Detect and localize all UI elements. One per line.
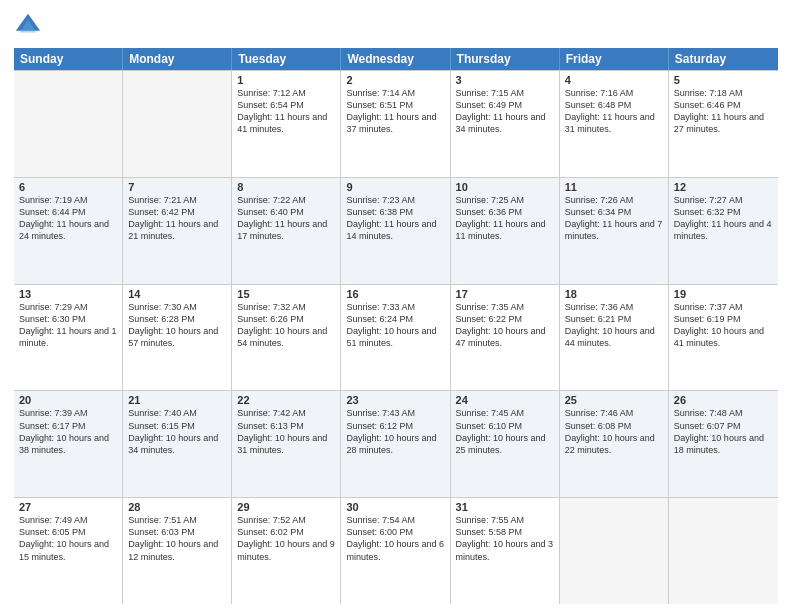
day-detail: Sunrise: 7:54 AMSunset: 6:00 PMDaylight:… [346, 514, 444, 563]
day-detail: Sunrise: 7:29 AMSunset: 6:30 PMDaylight:… [19, 301, 117, 350]
day-cell-22: 22Sunrise: 7:42 AMSunset: 6:13 PMDayligh… [232, 391, 341, 497]
day-detail: Sunrise: 7:14 AMSunset: 6:51 PMDaylight:… [346, 87, 444, 136]
day-detail: Sunrise: 7:25 AMSunset: 6:36 PMDaylight:… [456, 194, 554, 243]
day-cell-25: 25Sunrise: 7:46 AMSunset: 6:08 PMDayligh… [560, 391, 669, 497]
day-detail: Sunrise: 7:51 AMSunset: 6:03 PMDaylight:… [128, 514, 226, 563]
day-cell-18: 18Sunrise: 7:36 AMSunset: 6:21 PMDayligh… [560, 285, 669, 391]
day-cell-29: 29Sunrise: 7:52 AMSunset: 6:02 PMDayligh… [232, 498, 341, 604]
day-cell-2: 2Sunrise: 7:14 AMSunset: 6:51 PMDaylight… [341, 71, 450, 177]
calendar: SundayMondayTuesdayWednesdayThursdayFrid… [14, 48, 778, 604]
day-detail: Sunrise: 7:43 AMSunset: 6:12 PMDaylight:… [346, 407, 444, 456]
day-number: 24 [456, 394, 554, 406]
empty-cell [669, 498, 778, 604]
day-cell-24: 24Sunrise: 7:45 AMSunset: 6:10 PMDayligh… [451, 391, 560, 497]
day-detail: Sunrise: 7:27 AMSunset: 6:32 PMDaylight:… [674, 194, 773, 243]
day-number: 21 [128, 394, 226, 406]
day-detail: Sunrise: 7:49 AMSunset: 6:05 PMDaylight:… [19, 514, 117, 563]
day-cell-20: 20Sunrise: 7:39 AMSunset: 6:17 PMDayligh… [14, 391, 123, 497]
day-number: 22 [237, 394, 335, 406]
day-cell-13: 13Sunrise: 7:29 AMSunset: 6:30 PMDayligh… [14, 285, 123, 391]
day-detail: Sunrise: 7:52 AMSunset: 6:02 PMDaylight:… [237, 514, 335, 563]
page: SundayMondayTuesdayWednesdayThursdayFrid… [0, 0, 792, 612]
calendar-week-5: 27Sunrise: 7:49 AMSunset: 6:05 PMDayligh… [14, 498, 778, 604]
day-detail: Sunrise: 7:39 AMSunset: 6:17 PMDaylight:… [19, 407, 117, 456]
calendar-week-2: 6Sunrise: 7:19 AMSunset: 6:44 PMDaylight… [14, 178, 778, 285]
day-cell-14: 14Sunrise: 7:30 AMSunset: 6:28 PMDayligh… [123, 285, 232, 391]
day-number: 2 [346, 74, 444, 86]
day-number: 13 [19, 288, 117, 300]
day-cell-10: 10Sunrise: 7:25 AMSunset: 6:36 PMDayligh… [451, 178, 560, 284]
header-day-monday: Monday [123, 48, 232, 70]
day-number: 11 [565, 181, 663, 193]
header-day-friday: Friday [560, 48, 669, 70]
header-day-wednesday: Wednesday [341, 48, 450, 70]
day-cell-6: 6Sunrise: 7:19 AMSunset: 6:44 PMDaylight… [14, 178, 123, 284]
day-detail: Sunrise: 7:48 AMSunset: 6:07 PMDaylight:… [674, 407, 773, 456]
calendar-week-3: 13Sunrise: 7:29 AMSunset: 6:30 PMDayligh… [14, 285, 778, 392]
day-cell-1: 1Sunrise: 7:12 AMSunset: 6:54 PMDaylight… [232, 71, 341, 177]
day-detail: Sunrise: 7:36 AMSunset: 6:21 PMDaylight:… [565, 301, 663, 350]
day-detail: Sunrise: 7:12 AMSunset: 6:54 PMDaylight:… [237, 87, 335, 136]
day-cell-31: 31Sunrise: 7:55 AMSunset: 5:58 PMDayligh… [451, 498, 560, 604]
day-number: 4 [565, 74, 663, 86]
header-day-thursday: Thursday [451, 48, 560, 70]
day-detail: Sunrise: 7:22 AMSunset: 6:40 PMDaylight:… [237, 194, 335, 243]
day-cell-17: 17Sunrise: 7:35 AMSunset: 6:22 PMDayligh… [451, 285, 560, 391]
day-detail: Sunrise: 7:21 AMSunset: 6:42 PMDaylight:… [128, 194, 226, 243]
day-detail: Sunrise: 7:35 AMSunset: 6:22 PMDaylight:… [456, 301, 554, 350]
day-cell-11: 11Sunrise: 7:26 AMSunset: 6:34 PMDayligh… [560, 178, 669, 284]
day-number: 16 [346, 288, 444, 300]
day-detail: Sunrise: 7:19 AMSunset: 6:44 PMDaylight:… [19, 194, 117, 243]
day-cell-26: 26Sunrise: 7:48 AMSunset: 6:07 PMDayligh… [669, 391, 778, 497]
day-number: 8 [237, 181, 335, 193]
day-number: 23 [346, 394, 444, 406]
header-day-saturday: Saturday [669, 48, 778, 70]
day-detail: Sunrise: 7:23 AMSunset: 6:38 PMDaylight:… [346, 194, 444, 243]
calendar-week-4: 20Sunrise: 7:39 AMSunset: 6:17 PMDayligh… [14, 391, 778, 498]
day-detail: Sunrise: 7:18 AMSunset: 6:46 PMDaylight:… [674, 87, 773, 136]
day-cell-3: 3Sunrise: 7:15 AMSunset: 6:49 PMDaylight… [451, 71, 560, 177]
header-day-sunday: Sunday [14, 48, 123, 70]
day-number: 15 [237, 288, 335, 300]
calendar-body: 1Sunrise: 7:12 AMSunset: 6:54 PMDaylight… [14, 70, 778, 604]
header [14, 12, 778, 40]
empty-cell [14, 71, 123, 177]
day-detail: Sunrise: 7:26 AMSunset: 6:34 PMDaylight:… [565, 194, 663, 243]
day-detail: Sunrise: 7:30 AMSunset: 6:28 PMDaylight:… [128, 301, 226, 350]
day-cell-23: 23Sunrise: 7:43 AMSunset: 6:12 PMDayligh… [341, 391, 450, 497]
day-cell-16: 16Sunrise: 7:33 AMSunset: 6:24 PMDayligh… [341, 285, 450, 391]
day-number: 18 [565, 288, 663, 300]
calendar-header: SundayMondayTuesdayWednesdayThursdayFrid… [14, 48, 778, 70]
day-number: 26 [674, 394, 773, 406]
day-cell-21: 21Sunrise: 7:40 AMSunset: 6:15 PMDayligh… [123, 391, 232, 497]
day-number: 19 [674, 288, 773, 300]
day-cell-9: 9Sunrise: 7:23 AMSunset: 6:38 PMDaylight… [341, 178, 450, 284]
empty-cell [123, 71, 232, 177]
day-number: 31 [456, 501, 554, 513]
day-number: 17 [456, 288, 554, 300]
day-cell-19: 19Sunrise: 7:37 AMSunset: 6:19 PMDayligh… [669, 285, 778, 391]
day-number: 14 [128, 288, 226, 300]
calendar-week-1: 1Sunrise: 7:12 AMSunset: 6:54 PMDaylight… [14, 70, 778, 178]
day-number: 12 [674, 181, 773, 193]
day-number: 7 [128, 181, 226, 193]
day-cell-12: 12Sunrise: 7:27 AMSunset: 6:32 PMDayligh… [669, 178, 778, 284]
day-number: 5 [674, 74, 773, 86]
day-cell-4: 4Sunrise: 7:16 AMSunset: 6:48 PMDaylight… [560, 71, 669, 177]
logo-icon [14, 12, 42, 40]
day-number: 9 [346, 181, 444, 193]
day-number: 30 [346, 501, 444, 513]
day-cell-5: 5Sunrise: 7:18 AMSunset: 6:46 PMDaylight… [669, 71, 778, 177]
day-cell-7: 7Sunrise: 7:21 AMSunset: 6:42 PMDaylight… [123, 178, 232, 284]
header-day-tuesday: Tuesday [232, 48, 341, 70]
day-detail: Sunrise: 7:46 AMSunset: 6:08 PMDaylight:… [565, 407, 663, 456]
day-detail: Sunrise: 7:45 AMSunset: 6:10 PMDaylight:… [456, 407, 554, 456]
day-number: 29 [237, 501, 335, 513]
day-cell-30: 30Sunrise: 7:54 AMSunset: 6:00 PMDayligh… [341, 498, 450, 604]
day-cell-27: 27Sunrise: 7:49 AMSunset: 6:05 PMDayligh… [14, 498, 123, 604]
day-detail: Sunrise: 7:42 AMSunset: 6:13 PMDaylight:… [237, 407, 335, 456]
day-number: 25 [565, 394, 663, 406]
day-cell-28: 28Sunrise: 7:51 AMSunset: 6:03 PMDayligh… [123, 498, 232, 604]
day-cell-15: 15Sunrise: 7:32 AMSunset: 6:26 PMDayligh… [232, 285, 341, 391]
logo [14, 12, 46, 40]
